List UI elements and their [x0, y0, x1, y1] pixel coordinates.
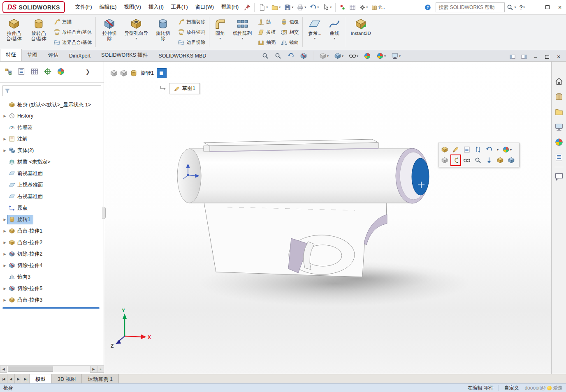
displaymanager-tab[interactable]	[57, 67, 65, 76]
help-menu-button[interactable]: ?▾	[518, 2, 526, 13]
normal-to-button[interactable]	[485, 155, 494, 165]
menu-file[interactable]: 文件(F)	[72, 2, 96, 13]
expander-icon[interactable]: ▶	[2, 241, 7, 244]
print-button[interactable]: ▾	[295, 2, 307, 13]
tab-dimxpert[interactable]: DimXpert	[64, 51, 96, 61]
rollback-button[interactable]	[473, 145, 482, 154]
expander-icon[interactable]: ▶	[2, 264, 7, 267]
menu-view[interactable]: 视图(V)	[120, 2, 145, 13]
expander-icon[interactable]: ▶	[2, 229, 7, 233]
selected-face-swatch[interactable]	[157, 68, 167, 78]
doc-close-button[interactable]: ×	[554, 52, 564, 61]
extruded-cut-button[interactable]: 拉伸切除	[97, 16, 122, 49]
maximize-button[interactable]	[541, 2, 554, 13]
status-custom-button[interactable]: 自定义	[504, 385, 519, 392]
tree-item-cut-extrude4[interactable]: ▶切除-拉伸4	[0, 260, 104, 271]
tab-model[interactable]: 模型	[30, 374, 52, 383]
expander-icon[interactable]: ▶	[2, 149, 7, 152]
boundary-cut-button[interactable]: 边界切除	[178, 38, 205, 47]
zoom-area-button[interactable]	[273, 51, 283, 60]
lofted-cut-button[interactable]: 放样切割	[178, 28, 205, 37]
wrap-button[interactable]: 包覆	[281, 17, 299, 27]
instant3d-button[interactable]: Instant3D	[346, 16, 375, 49]
tree-root[interactable]: 枪身 (默认<<默认>_显示状态 1>	[0, 99, 104, 110]
configurationmanager-tab[interactable]	[30, 67, 39, 76]
reference-geometry-button[interactable]: 参考...▾	[304, 16, 325, 49]
display-style-button[interactable]: ▾	[333, 51, 345, 60]
boundary-boss-button[interactable]: 边界凸台/基体	[53, 38, 92, 47]
sketch-breadcrumb-button[interactable]: 草图1	[169, 83, 200, 94]
intersect-button[interactable]: 相交	[281, 28, 299, 37]
edit-appearance-button[interactable]	[362, 51, 372, 60]
close-button[interactable]: ×	[554, 2, 566, 13]
panel-splitter-handle[interactable]	[102, 207, 106, 219]
select-body-button[interactable]	[496, 155, 505, 165]
isolate-button[interactable]	[440, 155, 449, 165]
grid-options-button[interactable]	[348, 2, 357, 13]
select-other-button[interactable]	[507, 155, 516, 165]
tab-motion-study[interactable]: 运动算例 1	[82, 374, 118, 383]
swept-boss-button[interactable]: 扫描	[53, 17, 92, 27]
tab-features[interactable]: 特征	[0, 49, 22, 61]
pin-menu-button[interactable]	[243, 2, 252, 13]
view-orientation-button[interactable]: ▾	[318, 51, 330, 60]
viewport[interactable]: Y X Z 旋转1 草图1 ▾ ▾	[104, 62, 551, 374]
previous-view-button[interactable]	[286, 51, 296, 60]
part-breadcrumb-icon[interactable]	[110, 69, 118, 77]
mirror-button[interactable]: 镜向	[281, 38, 299, 47]
featuremanager-tab[interactable]	[4, 67, 12, 76]
scrollbar-thumb[interactable]	[8, 367, 53, 372]
hide-button[interactable]	[462, 155, 471, 165]
appearances-button[interactable]	[553, 136, 565, 148]
zoom-to-selection-button[interactable]	[473, 155, 482, 165]
propertymanager-tab[interactable]	[17, 67, 26, 76]
edit-feature-button[interactable]	[440, 145, 449, 154]
model-canvas[interactable]: Y X Z	[104, 62, 551, 374]
tree-item-right-plane[interactable]: 右视基准面	[0, 191, 104, 202]
tree-item-material[interactable]: 材质 <未指定>	[0, 156, 104, 168]
panel-flyout-button[interactable]: »	[97, 366, 104, 373]
draft-button[interactable]: 拔模	[257, 28, 276, 37]
tree-item-front-plane[interactable]: 前视基准面	[0, 168, 104, 179]
section-view-button[interactable]	[299, 51, 309, 60]
tree-item-top-plane[interactable]: 上视基准面	[0, 179, 104, 191]
zoom-fit-button[interactable]	[260, 51, 270, 60]
context-dropdown-button[interactable]: ▾	[496, 145, 499, 154]
expander-icon[interactable]: ▶	[2, 114, 7, 118]
body-breadcrumb-icon[interactable]	[120, 69, 128, 77]
tree-item-annotations[interactable]: ▶注解	[0, 133, 104, 145]
tree-item-revolve1[interactable]: ▶旋转1	[0, 214, 104, 225]
tree-item-boss-extrude3[interactable]: ▶凸台-拉伸3	[0, 294, 104, 306]
save-button[interactable]: ▾	[283, 2, 295, 13]
scroll-left-button[interactable]: ◀	[0, 366, 7, 373]
tree-item-boss-extrude2[interactable]: ▶凸台-拉伸2	[0, 237, 104, 248]
revolved-boss-button[interactable]: 旋转凸台/基体	[26, 16, 51, 49]
comments-button[interactable]	[553, 171, 565, 182]
apply-scene-button[interactable]: ▾	[375, 51, 387, 60]
left-panel-toggle-button[interactable]	[508, 51, 517, 62]
tree-item-origin[interactable]: 原点	[0, 202, 104, 214]
search-button[interactable]: ▾	[505, 2, 517, 13]
tab-sketch[interactable]: 草图	[22, 50, 43, 61]
options-button[interactable]: ▾	[358, 2, 369, 13]
hole-wizard-button[interactable]: 异型孔向导▾	[122, 16, 151, 49]
tree-item-cut-extrude2[interactable]: ▶切除-拉伸2	[0, 248, 104, 260]
right-panel-toggle-button[interactable]	[520, 51, 529, 62]
menu-edit[interactable]: 编辑(E)	[96, 2, 121, 13]
tab-3d-views[interactable]: 3D 视图	[52, 374, 82, 383]
minimize-button[interactable]: –	[529, 2, 541, 13]
search-input[interactable]	[436, 5, 504, 10]
extruded-boss-button[interactable]: 拉伸凸台/基体	[2, 16, 26, 49]
tab-evaluate[interactable]: 评估	[43, 50, 64, 61]
tab-solidworks-mbd[interactable]: SOLIDWORKS MBD	[153, 51, 211, 61]
expander-icon[interactable]: ▶	[2, 218, 7, 221]
tree-item-cut-extrude5[interactable]: ▶切除-拉伸5	[0, 283, 104, 294]
menu-help[interactable]: 帮助(H)	[218, 2, 242, 13]
appearance-button[interactable]: ▾	[501, 145, 513, 154]
expander-icon[interactable]: ▶	[2, 298, 7, 302]
hide-show-items-button[interactable]: ▾	[348, 51, 360, 60]
next-tab-button[interactable]: ▶	[15, 374, 22, 383]
fillet-button[interactable]: 圆角▾	[211, 16, 230, 49]
view-settings-button[interactable]: ▾	[390, 51, 402, 60]
breadcrumb-feature-label[interactable]: 旋转1	[141, 70, 154, 77]
